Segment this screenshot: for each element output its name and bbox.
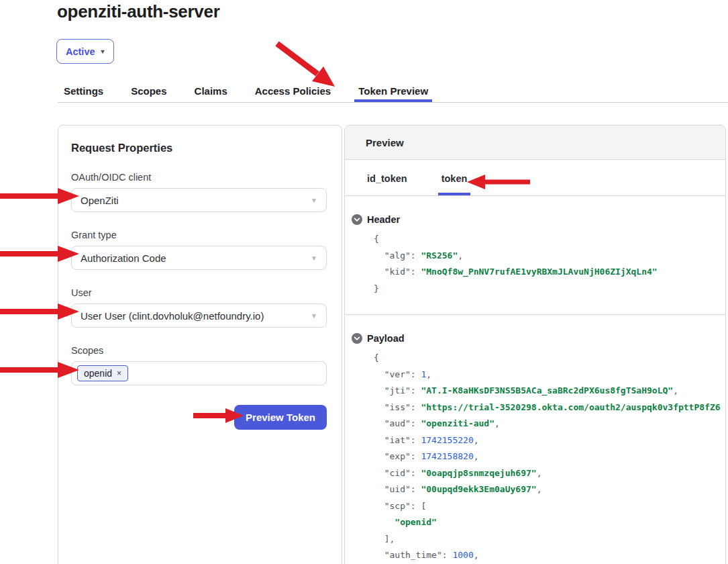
field-label: Grant type <box>71 230 327 240</box>
code-line: "iat": 1742155220, <box>374 432 725 449</box>
field-group-user: UserUser User (clint.dovholuk@netfoundry… <box>71 287 327 328</box>
tabs-divider <box>58 102 728 103</box>
field-group-grant-type: Grant typeAuthorization Code▼ <box>71 230 327 270</box>
caret-down-icon: ▼ <box>311 312 317 320</box>
header-section-title: Header <box>367 214 400 225</box>
field-group-oauth-oidc-client: OAuth/OIDC clientOpenZiti▼ <box>71 172 327 212</box>
code-line: ], <box>374 531 725 548</box>
code-line: "scp": [ <box>374 498 725 515</box>
request-properties-heading: Request Properties <box>71 142 327 154</box>
payload-section-head: Payload <box>345 333 725 344</box>
code-line: { <box>374 231 725 248</box>
select-grant-type[interactable]: Authorization Code▼ <box>71 246 327 270</box>
code-line: "iss": "https://trial-3520298.okta.com/o… <box>374 399 725 416</box>
collapse-chevron-icon[interactable] <box>352 333 362 344</box>
field-label: OAuth/OIDC client <box>71 172 327 183</box>
main-tabs: SettingsScopesClaimsAccess PoliciesToken… <box>61 85 431 103</box>
tab-scopes[interactable]: Scopes <box>128 85 169 103</box>
preview-card: Preview id_tokentoken Header { "alg": "R… <box>344 125 726 564</box>
code-line: "alg": "RS256", <box>374 248 725 265</box>
field-label: Scopes <box>71 345 327 356</box>
select-value: User User (clint.dovholuk@netfoundry.io) <box>81 310 264 322</box>
code-line: "jti": "AT.I-K8aHKsDF3NS5B5ACa_saBRc2dPX… <box>374 383 725 399</box>
caret-down-icon: ▼ <box>311 197 317 204</box>
token-preview-page: openziti-auth-server Active ▾ SettingsSc… <box>0 0 728 564</box>
code-line: "ver": 1, <box>374 367 725 383</box>
code-line: "cid": "0oapqjp8snmzqejuh697", <box>374 465 725 482</box>
annotation-arrow-user <box>0 303 79 320</box>
field-group-scopes: Scopesopenid× <box>71 345 327 385</box>
request-fields: OAuth/OIDC clientOpenZiti▼Grant typeAuth… <box>71 172 327 385</box>
preview-heading: Preview <box>345 126 725 160</box>
payload-section: Payload { "ver": 1, "jti": "AT.I-K8aHKsD… <box>345 315 725 564</box>
annotation-arrow-token-tab <box>467 175 531 189</box>
caret-down-icon: ▼ <box>311 254 317 262</box>
tab-token-preview[interactable]: Token Preview <box>356 85 431 103</box>
annotation-arrow-oauth-client <box>0 188 79 204</box>
scopes-input[interactable]: openid× <box>71 361 327 385</box>
field-label: User <box>71 287 327 298</box>
code-line: "uid": "00upqd9ekk3Em0aUy697", <box>374 481 725 498</box>
tab-settings[interactable]: Settings <box>61 85 106 103</box>
code-line: "exp": 1742158820, <box>374 449 725 465</box>
code-line: "openid" <box>374 514 725 531</box>
annotation-arrow-scopes <box>0 362 79 378</box>
select-user[interactable]: User User (clint.dovholuk@netfoundry.io)… <box>71 303 327 328</box>
payload-section-title: Payload <box>367 333 405 344</box>
preview-token-button[interactable]: Preview Token <box>234 405 327 430</box>
annotation-arrow-preview-token-button <box>193 408 244 424</box>
chevron-down-icon: ▾ <box>101 48 105 55</box>
code-line: "auth_time": 1000, <box>374 547 725 564</box>
header-section-head: Header <box>345 214 725 225</box>
tag-label: openid <box>84 368 112 379</box>
select-value: OpenZiti <box>81 195 119 206</box>
preview-tabs: id_tokentoken <box>345 160 725 196</box>
status-label: Active <box>66 46 95 57</box>
request-properties-card: Request Properties OAuth/OIDC clientOpen… <box>58 125 342 564</box>
preview-tab-token[interactable]: token <box>440 173 469 195</box>
code-line: "kid": "MnoQf8w_PnNV7rufAE1vyRBXmJLAvuNj… <box>374 264 725 281</box>
collapse-chevron-icon[interactable] <box>352 214 362 225</box>
remove-tag-icon[interactable]: × <box>117 369 121 378</box>
scope-tag-openid: openid× <box>77 365 128 381</box>
payload-json-code: { "ver": 1, "jti": "AT.I-K8aHKsDF3NS5B5A… <box>345 350 725 564</box>
code-line: { <box>374 350 725 367</box>
select-oauth-oidc-client[interactable]: OpenZiti▼ <box>71 188 327 212</box>
header-json-code: { "alg": "RS256", "kid": "MnoQf8w_PnNV7r… <box>345 231 725 297</box>
header-section: Header { "alg": "RS256", "kid": "MnoQf8w… <box>345 196 725 315</box>
code-line: "aud": "openziti-aud", <box>374 416 725 432</box>
annotation-arrow-grant-type <box>0 246 79 262</box>
preview-tab-id_token[interactable]: id_token <box>366 173 409 195</box>
code-line: } <box>374 281 725 297</box>
annotation-arrow-token-preview-tab <box>272 37 342 94</box>
page-title: openziti-auth-server <box>57 0 220 23</box>
status-dropdown-button[interactable]: Active ▾ <box>56 39 114 64</box>
select-value: Authorization Code <box>81 252 166 264</box>
tab-claims[interactable]: Claims <box>192 85 230 103</box>
